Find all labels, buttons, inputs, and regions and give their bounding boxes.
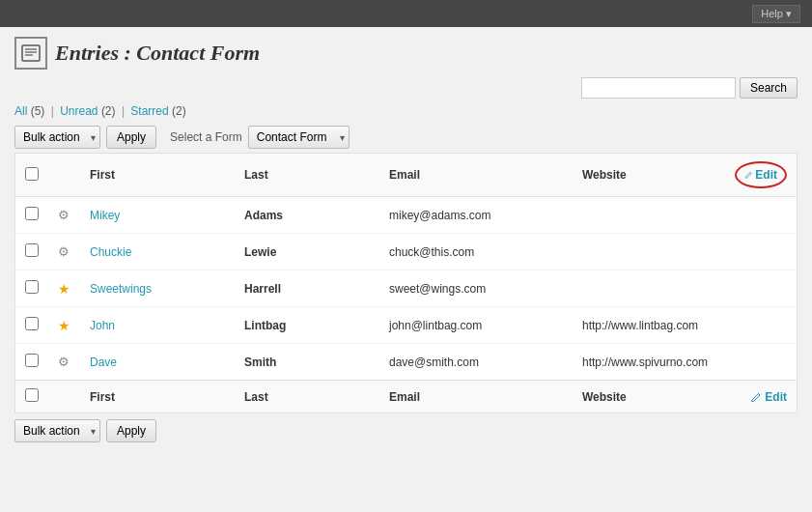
row-website: http://www.lintbag.com — [573, 307, 725, 344]
search-row: Search — [14, 77, 798, 99]
footer-edit: Edit — [725, 381, 798, 413]
row-last: Harrell — [235, 270, 379, 307]
header-first: First — [80, 154, 235, 197]
svg-rect-0 — [22, 45, 40, 61]
row-first: Mikey — [80, 197, 235, 234]
table-footer-row: First Last Email Website Edit — [15, 381, 798, 413]
row-edit-cell — [725, 344, 798, 381]
page-title-row: Entries : Contact Form — [14, 37, 798, 70]
select-form-label: Select a Form — [170, 130, 242, 144]
row-last: Lintbag — [235, 307, 379, 344]
filter-all-count: (5) — [31, 104, 45, 118]
row-email: john@lintbag.com — [379, 307, 573, 344]
row-email: dave@smith.com — [379, 344, 573, 381]
row-last: Adams — [235, 197, 379, 234]
star-icon: ★ — [58, 318, 70, 333]
footer-last: Last — [235, 381, 379, 413]
table-body: ⚙MikeyAdamsmikey@adams.com⚙ChuckieLewiec… — [15, 197, 798, 381]
row-last: Lewie — [235, 234, 379, 270]
select-all-checkbox-top[interactable] — [25, 167, 39, 181]
row-email: mikey@adams.com — [379, 197, 573, 234]
row-icon-cell: ★ — [48, 307, 80, 344]
form-select[interactable]: Contact Form — [248, 126, 350, 149]
select-all-checkbox-bottom[interactable] — [25, 388, 39, 402]
table-row: ⚙DaveSmithdave@smith.comhttp://www.spivu… — [15, 344, 798, 381]
page-title: Entries : Contact Form — [55, 41, 260, 66]
search-input[interactable] — [581, 77, 736, 99]
row-checkbox-1[interactable] — [25, 243, 39, 257]
row-edit-cell — [725, 307, 798, 344]
header-edit: Edit — [725, 154, 798, 197]
entries-icon — [21, 44, 41, 62]
table-header-row: First Last Email Website Edit — [15, 154, 798, 197]
filter-all[interactable]: All — [14, 104, 27, 118]
gear-icon: ⚙ — [58, 355, 70, 369]
footer-email: Email — [379, 381, 573, 413]
footer-pencil-icon — [750, 391, 762, 403]
apply-button-top[interactable]: Apply — [106, 126, 156, 149]
header-icon-col — [48, 154, 80, 197]
content-area: Entries : Contact Form Search All (5) | … — [0, 27, 812, 452]
first-name-link[interactable]: Dave — [90, 356, 117, 369]
first-name-link[interactable]: John — [90, 319, 115, 332]
top-bar: Help ▾ — [0, 0, 812, 27]
sep1: | — [51, 104, 54, 118]
row-icon-cell: ⚙ — [48, 234, 80, 270]
filter-starred-count: (2) — [172, 104, 186, 118]
table-row: ⚙ChuckieLewiechuck@this.com — [15, 234, 798, 270]
row-icon-cell: ★ — [48, 270, 80, 307]
row-first: Dave — [80, 344, 235, 381]
footer-bulk-action-select[interactable]: Bulk action — [14, 419, 100, 442]
star-icon: ★ — [58, 281, 70, 297]
row-icon-cell: ⚙ — [48, 344, 80, 381]
edit-circle-highlight: Edit — [735, 161, 787, 188]
row-edit-cell — [725, 270, 798, 307]
first-name-link[interactable]: Chuckie — [90, 245, 131, 259]
footer-check — [15, 381, 49, 413]
header-website: Website — [573, 154, 725, 197]
row-first: Sweetwings — [80, 270, 235, 307]
table-row: ★SweetwingsHarrellsweet@wings.com — [15, 270, 798, 307]
row-edit-cell — [725, 197, 798, 234]
filter-unread[interactable]: Unread — [60, 104, 98, 118]
edit-label: Edit — [755, 168, 777, 182]
row-checkbox-0[interactable] — [25, 207, 39, 220]
table-row: ★JohnLintbagjohn@lintbag.comhttp://www.l… — [15, 307, 798, 344]
row-last: Smith — [235, 344, 379, 381]
filter-starred[interactable]: Starred — [130, 104, 168, 118]
pencil-icon — [744, 169, 752, 181]
header-last: Last — [235, 154, 379, 197]
search-button[interactable]: Search — [740, 77, 798, 99]
row-checkbox-4[interactable] — [25, 354, 39, 367]
help-button[interactable]: Help ▾ — [752, 5, 800, 23]
first-name-link[interactable]: Mikey — [90, 209, 120, 222]
entries-table: First Last Email Website Edit ⚙MikeyAdam… — [14, 153, 798, 413]
footer-website: Website — [573, 381, 725, 413]
row-checkbox-2[interactable] — [25, 280, 39, 294]
first-name-link[interactable]: Sweetwings — [90, 282, 152, 296]
bulk-action-wrapper: Bulk action ▾ — [14, 126, 100, 149]
footer-bulk-action-wrapper: Bulk action ▾ — [14, 419, 100, 442]
bulk-action-select[interactable]: Bulk action — [14, 126, 100, 149]
gear-icon: ⚙ — [58, 244, 70, 259]
header-check — [15, 154, 49, 197]
filter-unread-count: (2) — [101, 104, 116, 118]
footer-toolbar: Bulk action ▾ Apply — [14, 419, 798, 442]
row-email: chuck@this.com — [379, 234, 573, 270]
footer-first: First — [80, 381, 235, 413]
gear-icon: ⚙ — [58, 208, 70, 222]
row-website: http://www.spivurno.com — [573, 344, 725, 381]
footer-icon-col — [48, 381, 80, 413]
row-first: Chuckie — [80, 234, 235, 270]
row-checkbox-3[interactable] — [25, 317, 39, 330]
form-select-wrapper: Contact Form ▾ — [248, 126, 350, 149]
apply-button-bottom[interactable]: Apply — [106, 419, 156, 442]
top-toolbar: Bulk action ▾ Apply Select a Form Contac… — [14, 126, 798, 149]
table-row: ⚙MikeyAdamsmikey@adams.com — [15, 197, 798, 234]
row-website — [573, 234, 725, 270]
row-website — [573, 197, 725, 234]
footer-edit-link[interactable]: Edit — [735, 390, 787, 404]
page-icon — [14, 37, 47, 70]
header-email: Email — [379, 154, 573, 197]
row-email: sweet@wings.com — [379, 270, 573, 307]
